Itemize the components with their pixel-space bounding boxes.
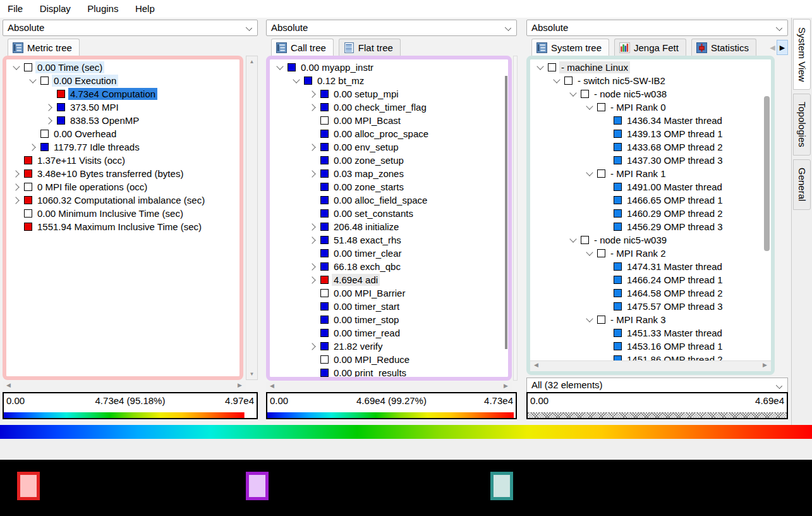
tree-item-label[interactable]: 1551.94 Maximum Inclusive Time (sec) xyxy=(35,221,203,233)
side-tab-general[interactable]: General xyxy=(793,159,811,209)
scroll-right-icon[interactable]: ▶ xyxy=(763,362,767,368)
expander-icon[interactable] xyxy=(568,90,581,99)
tree-item-label[interactable]: 0.00 timer_clear xyxy=(332,247,404,259)
tree-row[interactable]: 1460.29 OMP thread 2 xyxy=(530,207,771,220)
tree-item-label[interactable]: 1060.32 Computational imbalance (sec) xyxy=(35,194,207,206)
tree-row[interactable]: 1451.33 Master thread xyxy=(530,326,771,340)
tree-item-label[interactable]: 1491.00 Master thread xyxy=(625,181,724,193)
tree-item-label[interactable]: 373.50 MPI xyxy=(68,101,121,113)
tree-item-label[interactable]: 0.00 alloc_field_space xyxy=(332,194,429,206)
tree-item-label[interactable]: 0.00 env_setup xyxy=(332,141,401,153)
tree-item-label[interactable]: - machine Linux xyxy=(559,61,630,73)
tree-row[interactable]: 0.00 Execution xyxy=(6,74,239,87)
call-tree-horizontal-scrollbar[interactable]: ◀ ▶ xyxy=(266,382,512,391)
tree-item-label[interactable]: 0.00 MPI_Bcast xyxy=(332,114,403,126)
tree-item-label[interactable]: 1475.57 OMP thread 3 xyxy=(625,300,725,312)
tree-row[interactable]: 1475.57 OMP thread 3 xyxy=(530,300,771,313)
scroll-down-icon[interactable]: ▼ xyxy=(246,371,257,377)
tree-item-label[interactable]: 0.03 map_zones xyxy=(332,168,406,180)
tree-item-label[interactable]: 1456.29 OMP thread 3 xyxy=(625,221,725,233)
expander-icon[interactable] xyxy=(585,316,597,324)
menu-file[interactable]: File xyxy=(1,0,29,16)
tree-row[interactable]: 51.48 exact_rhs xyxy=(270,233,508,247)
tree-item-label[interactable]: 0.12 bt_mz xyxy=(315,75,366,87)
tree-item-label[interactable]: - MPI Rank 1 xyxy=(609,168,668,180)
tree-row[interactable]: 1464.58 OMP thread 2 xyxy=(530,286,771,300)
expander-icon[interactable] xyxy=(308,90,320,99)
tree-item-label[interactable]: 0.00 myapp_instr xyxy=(299,61,375,73)
expander-icon[interactable] xyxy=(11,169,24,178)
system-tree-horizontal-scrollbar[interactable]: ◀ ▶ xyxy=(530,360,771,371)
tab-system-tree[interactable]: System tree xyxy=(531,39,609,56)
tree-row[interactable]: 0.00 timer_clear xyxy=(270,247,508,260)
tree-row[interactable]: 1453.16 OMP thread 1 xyxy=(530,340,771,353)
expander-icon[interactable] xyxy=(11,63,24,72)
metric-tree-vertical-scrollbar[interactable]: ▲ ▼ xyxy=(246,56,258,380)
expander-icon[interactable] xyxy=(28,143,40,152)
tree-row[interactable]: 1436.34 Master thread xyxy=(530,114,771,127)
tree-item-label[interactable]: - MPI Rank 2 xyxy=(609,247,668,259)
system-filter-select[interactable]: All (32 elements) xyxy=(526,378,788,393)
tree-row[interactable]: 0.00 myapp_instr xyxy=(270,61,508,74)
tree-row[interactable]: 0.00 alloc_proc_space xyxy=(270,127,508,140)
system-value-mode-select[interactable]: Absolute xyxy=(526,20,788,36)
tree-item-label[interactable]: 4.69e4 adi xyxy=(332,274,380,286)
expander-icon[interactable] xyxy=(308,236,320,245)
tree-row[interactable]: 66.18 exch_qbc xyxy=(270,260,508,273)
tree-item-label[interactable]: 4.73e4 Computation xyxy=(68,88,157,100)
tree-item-label[interactable]: 0.00 set_constants xyxy=(332,207,415,219)
tree-item-label[interactable]: - node nic5-w038 xyxy=(592,88,669,100)
menu-help[interactable]: Help xyxy=(129,0,161,16)
expander-icon[interactable] xyxy=(44,116,57,125)
tree-item-label[interactable]: 0.00 timer_start xyxy=(332,300,401,312)
expander-icon[interactable] xyxy=(28,77,40,85)
scroll-left-icon[interactable]: ◀ xyxy=(534,362,538,368)
expander-icon[interactable] xyxy=(291,77,304,85)
tree-item-label[interactable]: 3.48e+10 Bytes transferred (bytes) xyxy=(35,168,185,180)
menu-plugins[interactable]: Plugins xyxy=(81,0,124,16)
tree-item-label[interactable]: 0.00 setup_mpi xyxy=(332,88,401,100)
tree-item-label[interactable]: - node nic5-w039 xyxy=(592,234,669,246)
tree-row[interactable]: 0.00 MPI_Reduce xyxy=(270,353,508,366)
tree-row[interactable]: 1060.32 Computational imbalance (sec) xyxy=(6,194,239,207)
tree-item-label[interactable]: 1179.77 Idle threads xyxy=(52,141,142,153)
expander-icon[interactable] xyxy=(308,103,320,112)
tree-row[interactable]: 373.50 MPI xyxy=(6,101,239,114)
metric-value-mode-select[interactable]: Absolute xyxy=(3,20,258,36)
tree-row[interactable]: 0.00 setup_mpi xyxy=(270,87,508,101)
expander-icon[interactable] xyxy=(535,63,548,72)
tree-item-label[interactable]: 0.00 print_results xyxy=(332,367,408,377)
expander-icon[interactable] xyxy=(308,262,320,271)
tree-item-label[interactable]: 1474.31 Master thread xyxy=(625,261,724,273)
tree-item-label[interactable]: 0.00 MPI_Barrier xyxy=(332,287,407,299)
tree-item-label[interactable]: 0.00 Overhead xyxy=(52,128,118,140)
expander-icon[interactable] xyxy=(308,276,320,285)
expander-icon[interactable] xyxy=(308,169,320,178)
scroll-left-icon[interactable]: ◀ xyxy=(270,383,274,389)
tree-row[interactable]: - MPI Rank 3 xyxy=(530,313,771,326)
tree-row[interactable]: 0.00 print_results xyxy=(270,366,508,377)
tree-item-label[interactable]: 1.37e+11 Visits (occ) xyxy=(35,154,127,166)
tree-row[interactable]: 1179.77 Idle threads xyxy=(6,140,239,154)
tree-row[interactable]: 0.00 timer_read xyxy=(270,326,508,340)
tab-flat-tree[interactable]: Flat tree xyxy=(339,39,401,56)
tree-item-label[interactable]: 1464.58 OMP thread 2 xyxy=(625,287,725,299)
call-tree-vertical-scrollbar[interactable] xyxy=(513,56,518,381)
scroll-right-icon[interactable]: ▶ xyxy=(238,382,242,388)
tree-item-label[interactable]: 1451.33 Master thread xyxy=(625,327,724,339)
expander-icon[interactable] xyxy=(568,236,581,245)
expander-icon[interactable] xyxy=(552,77,564,85)
tree-row[interactable]: 0.00 Overhead xyxy=(6,127,239,140)
tree-row[interactable]: 1456.29 OMP thread 3 xyxy=(530,220,771,233)
tree-item-label[interactable]: 1453.16 OMP thread 1 xyxy=(625,340,725,352)
tree-item-label[interactable]: 1436.34 Master thread xyxy=(625,114,724,126)
tree-row[interactable]: 1466.24 OMP thread 1 xyxy=(530,273,771,286)
tree-item-label[interactable]: 0.00 check_timer_flag xyxy=(332,101,428,113)
metric-tree-horizontal-scrollbar[interactable]: ◀ ▶ xyxy=(3,381,246,391)
tab-statistics[interactable]: Statistics xyxy=(691,39,756,56)
tree-item-label[interactable]: 1437.30 OMP thread 3 xyxy=(625,154,725,166)
side-tab-topologies[interactable]: Topologies xyxy=(793,94,811,156)
tree-item-label[interactable]: 0.00 zone_starts xyxy=(332,181,406,193)
tree-item-label[interactable]: 0.00 Execution xyxy=(52,75,118,87)
tree-row[interactable]: 0.00 timer_start xyxy=(270,300,508,313)
